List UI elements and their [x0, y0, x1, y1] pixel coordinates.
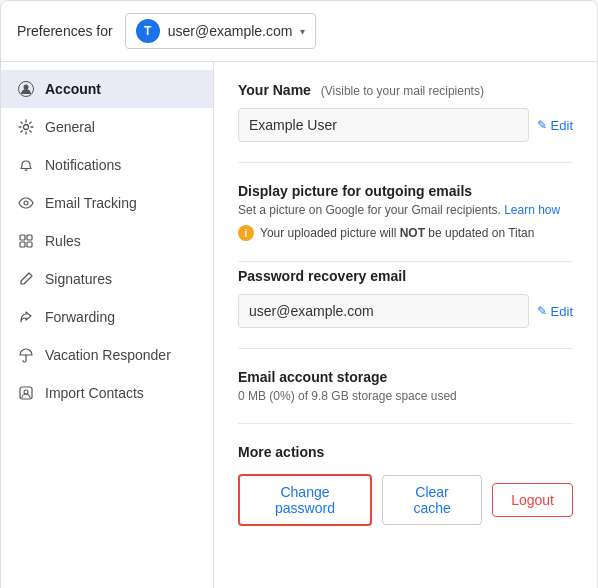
svg-rect-4	[20, 235, 25, 240]
preferences-container: Preferences for T user@example.com ▾ Acc…	[0, 0, 598, 588]
your-name-hint: (Visible to your mail recipients)	[321, 84, 484, 98]
storage-title: Email account storage	[238, 369, 573, 385]
display-picture-desc: Set a picture on Google for your Gmail r…	[238, 203, 573, 217]
change-password-button[interactable]: Change password	[238, 474, 372, 526]
password-recovery-section: Password recovery email ✎ Edit	[238, 268, 573, 349]
sidebar-item-label-vacation-responder: Vacation Responder	[45, 347, 171, 363]
display-picture-section: Display picture for outgoing emails Set …	[238, 183, 573, 262]
password-recovery-edit-button[interactable]: ✎ Edit	[537, 304, 573, 319]
password-recovery-field[interactable]	[238, 294, 529, 328]
your-name-section: Your Name (Visible to your mail recipien…	[238, 82, 573, 163]
clear-cache-button[interactable]: Clear cache	[382, 475, 482, 525]
learn-how-link[interactable]: Learn how	[504, 203, 560, 217]
logout-button[interactable]: Logout	[492, 483, 573, 517]
sidebar-item-import-contacts[interactable]: Import Contacts	[1, 374, 213, 412]
pencil-edit-icon: ✎	[537, 118, 547, 132]
account-selector[interactable]: T user@example.com ▾	[125, 13, 317, 49]
svg-rect-6	[20, 242, 25, 247]
sidebar-item-email-tracking[interactable]: Email Tracking	[1, 184, 213, 222]
your-name-input-row: ✎ Edit	[238, 108, 573, 142]
your-name-title-row: Your Name (Visible to your mail recipien…	[238, 82, 573, 98]
your-name-title: Your Name	[238, 82, 311, 98]
grid-icon	[17, 232, 35, 250]
eye-icon	[17, 194, 35, 212]
sidebar-item-account[interactable]: Account	[1, 70, 213, 108]
your-name-field[interactable]	[238, 108, 529, 142]
actions-row: Change password Clear cache Logout	[238, 474, 573, 526]
sidebar-item-rules[interactable]: Rules	[1, 222, 213, 260]
your-name-edit-button[interactable]: ✎ Edit	[537, 118, 573, 133]
bell-icon	[17, 156, 35, 174]
umbrella-icon	[17, 346, 35, 364]
storage-description: 0 MB (0%) of 9.8 GB storage space used	[238, 389, 573, 403]
sidebar-item-signatures[interactable]: Signatures	[1, 260, 213, 298]
pencil-edit-icon-2: ✎	[537, 304, 547, 318]
warning-text: Your uploaded picture will NOT be update…	[260, 226, 534, 240]
sidebar-item-label-import-contacts: Import Contacts	[45, 385, 144, 401]
sidebar-item-label-notifications: Notifications	[45, 157, 121, 173]
sidebar-item-label-forwarding: Forwarding	[45, 309, 115, 325]
more-actions-title: More actions	[238, 444, 573, 460]
warning-icon: i	[238, 225, 254, 241]
sidebar-item-label-rules: Rules	[45, 233, 81, 249]
more-actions-section: More actions Change password Clear cache…	[238, 444, 573, 546]
pencil-icon	[17, 270, 35, 288]
password-recovery-input-row: ✎ Edit	[238, 294, 573, 328]
content-area: Your Name (Visible to your mail recipien…	[214, 62, 597, 588]
svg-rect-5	[27, 235, 32, 240]
preferences-for-label: Preferences for	[17, 23, 113, 39]
person-circle-icon	[17, 80, 35, 98]
sidebar-item-label-account: Account	[45, 81, 101, 97]
avatar: T	[136, 19, 160, 43]
svg-point-3	[24, 201, 28, 205]
sidebar-item-label-email-tracking: Email Tracking	[45, 195, 137, 211]
main-layout: Account General Notifi	[1, 62, 597, 588]
sidebar-item-forwarding[interactable]: Forwarding	[1, 298, 213, 336]
sidebar-item-vacation-responder[interactable]: Vacation Responder	[1, 336, 213, 374]
svg-rect-7	[27, 242, 32, 247]
svg-point-9	[24, 390, 28, 394]
sidebar-item-label-general: General	[45, 119, 95, 135]
sidebar: Account General Notifi	[1, 62, 214, 588]
sidebar-item-notifications[interactable]: Notifications	[1, 146, 213, 184]
sidebar-item-label-signatures: Signatures	[45, 271, 112, 287]
password-recovery-title: Password recovery email	[238, 268, 573, 284]
gear-icon	[17, 118, 35, 136]
storage-section: Email account storage 0 MB (0%) of 9.8 G…	[238, 369, 573, 424]
account-email: user@example.com	[168, 23, 293, 39]
display-picture-title: Display picture for outgoing emails	[238, 183, 573, 199]
forward-icon	[17, 308, 35, 326]
contacts-icon	[17, 384, 35, 402]
svg-point-1	[24, 85, 29, 90]
warning-box: i Your uploaded picture will NOT be upda…	[238, 225, 573, 241]
svg-point-2	[24, 125, 29, 130]
header: Preferences for T user@example.com ▾	[1, 1, 597, 62]
chevron-down-icon: ▾	[300, 26, 305, 37]
sidebar-item-general[interactable]: General	[1, 108, 213, 146]
